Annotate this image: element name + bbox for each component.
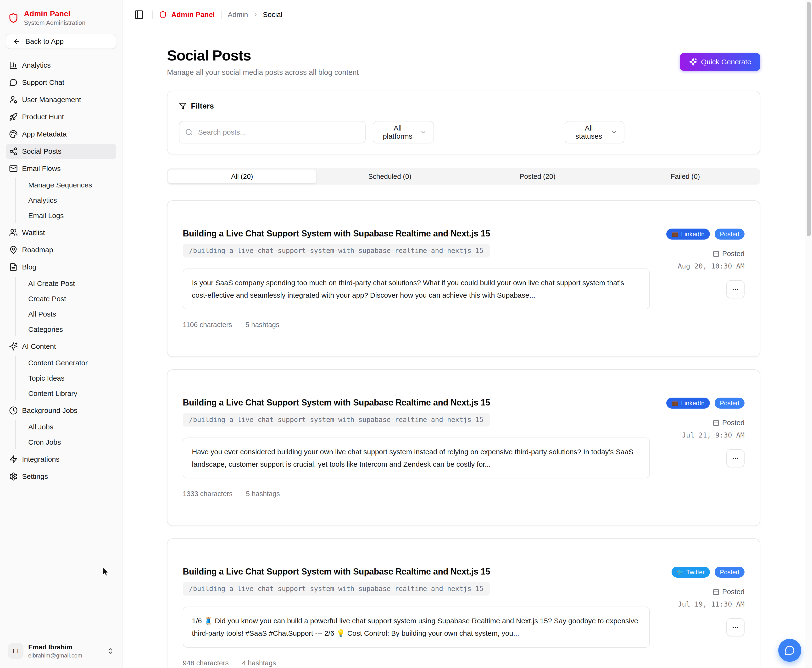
sidebar-item-analytics[interactable]: Analytics	[6, 58, 116, 73]
scrollbar-thumb[interactable]	[807, 2, 811, 236]
topbar-brand[interactable]: Admin Panel	[159, 10, 215, 19]
sidebar-item-social-posts[interactable]: Social Posts	[6, 144, 116, 159]
sidebar-item-label: Support Chat	[22, 78, 64, 87]
status-badge: Posted	[715, 567, 745, 578]
status-badge: Posted	[715, 229, 745, 240]
sidebar-item-integrations[interactable]: Integrations	[6, 452, 116, 467]
topbar: Admin Panel Admin Social	[122, 0, 805, 29]
sidebar-subitem-topic-ideas[interactable]: Topic Ideas	[26, 371, 116, 385]
sidebar-item-label: Waitlist	[22, 229, 45, 237]
post-slug: /building-a-live-chat-support-system-wit…	[183, 244, 490, 257]
sidebar-item-label: Integrations	[22, 455, 60, 463]
mail-icon	[9, 164, 18, 173]
message-circle-icon	[9, 78, 18, 87]
filters-title: Filters	[191, 102, 214, 110]
user-menu[interactable]: EI Emad Ibrahim eibrahim@gmail.com	[6, 640, 116, 662]
quick-generate-button[interactable]: Quick Generate	[680, 53, 760, 71]
tab-posted-20[interactable]: Posted (20)	[464, 170, 611, 184]
sidebar-item-label: AI Content	[22, 342, 56, 351]
tab-failed-0[interactable]: Failed (0)	[611, 170, 759, 184]
sidebar-subitem-content-library[interactable]: Content Library	[26, 387, 116, 401]
sidebar-item-waitlist[interactable]: Waitlist	[6, 225, 116, 240]
shield-icon	[8, 12, 18, 24]
scrollbar-track[interactable]	[805, 0, 812, 668]
sidebar-subitem-content-generator[interactable]: Content Generator	[26, 356, 116, 370]
clock-icon	[9, 406, 18, 415]
chevron-down-icon	[611, 129, 617, 135]
platforms-select[interactable]: All platforms	[373, 121, 434, 144]
sidebar-item-ai-content[interactable]: AI Content	[6, 339, 116, 354]
chat-fab-button[interactable]	[778, 639, 801, 662]
sparkles-icon	[9, 342, 18, 351]
sidebar-subitem-email-logs[interactable]: Email Logs	[26, 209, 116, 222]
map-pin-icon	[9, 245, 18, 254]
post-hashtags: 5 hashtags	[246, 321, 280, 329]
rocket-icon	[9, 113, 18, 121]
sidebar-toggle-button[interactable]	[132, 8, 146, 22]
statuses-select[interactable]: All statuses	[564, 121, 624, 144]
posted-date: Jul 21, 9:30 AM	[682, 431, 745, 439]
sidebar-item-settings[interactable]: Settings	[6, 469, 116, 484]
sidebar-item-user-management[interactable]: User Management	[6, 92, 116, 107]
sidebar-subgroup-ai-content: Content GeneratorTopic IdeasContent Libr…	[15, 356, 116, 401]
sidebar-subitem-all-posts[interactable]: All Posts	[26, 307, 116, 321]
platform-badge: 💼LinkedIn	[666, 397, 710, 409]
platform-emoji-icon: 💼	[671, 231, 679, 237]
sidebar-subitem-analytics[interactable]: Analytics	[26, 194, 116, 207]
post-excerpt: Is your SaaS company spending too much o…	[183, 269, 650, 309]
breadcrumb-admin[interactable]: Admin	[228, 10, 248, 18]
sidebar-subitem-manage-sequences[interactable]: Manage Sequences	[26, 178, 116, 192]
sidebar-item-label: App Metadata	[22, 130, 67, 138]
more-actions-button[interactable]	[727, 618, 745, 636]
sidebar-subgroup-email-flows: Manage SequencesAnalyticsEmail Logs	[15, 178, 116, 222]
sidebar-item-background-jobs[interactable]: Background Jobs	[6, 403, 116, 418]
sidebar-subitem-cron-jobs[interactable]: Cron Jobs	[26, 435, 116, 449]
sidebar-item-roadmap[interactable]: Roadmap	[6, 242, 116, 257]
sidebar-item-product-hunt[interactable]: Product Hunt	[6, 109, 116, 125]
sidebar-subgroup-background-jobs: All JobsCron Jobs	[15, 420, 116, 449]
post-excerpt: 1/6 🧵 Did you know you can build a power…	[183, 606, 650, 648]
app-title: Admin Panel	[24, 9, 85, 18]
sidebar-subitem-ai-create-post[interactable]: AI Create Post	[26, 277, 116, 291]
calendar-icon	[713, 588, 720, 595]
more-actions-button[interactable]	[727, 280, 745, 298]
sidebar-item-label: Settings	[22, 473, 48, 481]
post-stats: 948 characters4 hashtags	[183, 659, 650, 667]
chevrons-up-down-icon	[107, 648, 114, 655]
users-icon	[9, 228, 18, 237]
sparkles-icon	[689, 58, 697, 66]
tab-all-20[interactable]: All (20)	[168, 170, 316, 184]
post-title: Building a Live Chat Support System with…	[183, 229, 650, 239]
posted-date: Jul 19, 11:30 AM	[678, 600, 745, 608]
sidebar-item-support-chat[interactable]: Support Chat	[6, 75, 116, 90]
search-input[interactable]	[179, 121, 365, 144]
bar-chart-icon	[9, 61, 18, 70]
post-characters: 1106 characters	[183, 321, 232, 329]
more-actions-button[interactable]	[727, 449, 745, 468]
sidebar-item-label: Social Posts	[22, 147, 62, 155]
ellipsis-icon	[732, 454, 739, 462]
sidebar-item-app-metadata[interactable]: App Metadata	[6, 127, 116, 142]
sidebar-item-blog[interactable]: Blog	[6, 259, 116, 275]
post-stats: 1106 characters5 hashtags	[183, 321, 650, 329]
tab-scheduled-0[interactable]: Scheduled (0)	[316, 170, 464, 184]
topbar-brand-label: Admin Panel	[171, 10, 215, 18]
page-subtitle: Manage all your social media posts acros…	[167, 68, 358, 77]
sidebar-subitem-create-post[interactable]: Create Post	[26, 292, 116, 306]
calendar-icon	[713, 250, 720, 257]
sidebar-subitem-all-jobs[interactable]: All Jobs	[26, 420, 116, 434]
posted-label: Posted	[722, 588, 745, 596]
post-card-2: Building a Live Chat Support System with…	[167, 369, 760, 526]
post-characters: 1333 characters	[183, 490, 233, 498]
back-to-app-button[interactable]: Back to App	[6, 34, 116, 49]
quick-generate-label: Quick Generate	[701, 58, 751, 66]
content: Social Posts Manage all your social medi…	[167, 29, 760, 668]
app-subtitle: System Administration	[24, 19, 85, 27]
settings-icon	[9, 472, 18, 481]
sidebar-item-email-flows[interactable]: Email Flows	[6, 161, 116, 176]
platform-badge: 🐦Twitter	[671, 567, 710, 578]
filter-funnel-icon	[179, 102, 187, 110]
sidebar-subitem-categories[interactable]: Categories	[26, 322, 116, 336]
status-badge: Posted	[715, 397, 745, 409]
post-hashtags: 5 hashtags	[246, 490, 280, 498]
